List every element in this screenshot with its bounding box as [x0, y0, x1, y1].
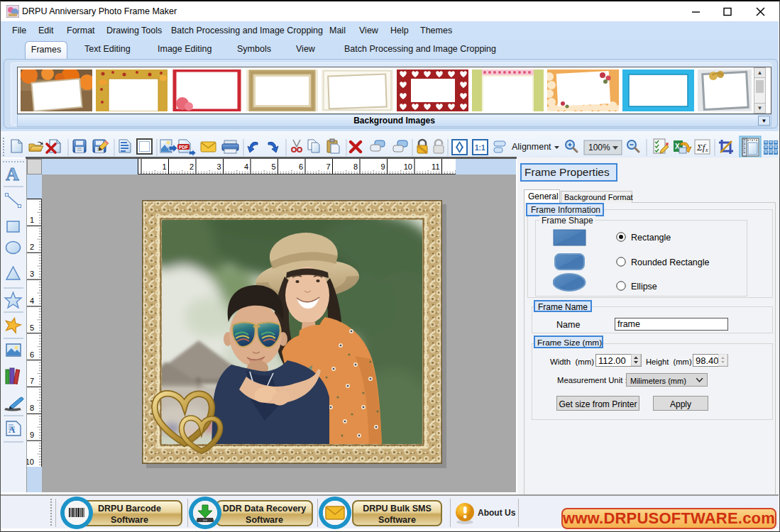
svg-text:9: 9 [30, 431, 34, 439]
svg-text:3: 3 [30, 270, 34, 278]
svg-text:8: 8 [30, 404, 34, 412]
svg-text:10: 10 [27, 458, 34, 466]
svg-text:7: 7 [30, 377, 34, 385]
svg-text:5: 5 [271, 162, 275, 171]
svg-text:6: 6 [299, 162, 303, 171]
svg-text:3: 3 [216, 162, 221, 171]
svg-text:PDF: PDF [179, 145, 188, 150]
svg-text:9: 9 [380, 162, 385, 171]
svg-text:10: 10 [404, 162, 412, 171]
svg-text:1:1: 1:1 [475, 144, 485, 152]
svg-text:7: 7 [326, 162, 330, 171]
svg-text:4: 4 [244, 162, 248, 171]
svg-text:8: 8 [353, 162, 358, 171]
svg-text:6: 6 [30, 350, 34, 359]
svg-text:1: 1 [30, 216, 34, 224]
svg-text:11: 11 [432, 162, 439, 171]
svg-text:A: A [6, 164, 19, 184]
svg-text:2: 2 [30, 243, 34, 251]
svg-text:x: x [705, 147, 708, 153]
svg-text:A: A [9, 424, 16, 435]
svg-text:Alignment: Alignment [512, 142, 551, 152]
svg-text:2: 2 [189, 162, 194, 171]
svg-text:5: 5 [30, 323, 34, 332]
svg-text:100%: 100% [588, 143, 610, 153]
svg-text:1: 1 [162, 162, 166, 171]
svg-text:4: 4 [30, 297, 34, 305]
